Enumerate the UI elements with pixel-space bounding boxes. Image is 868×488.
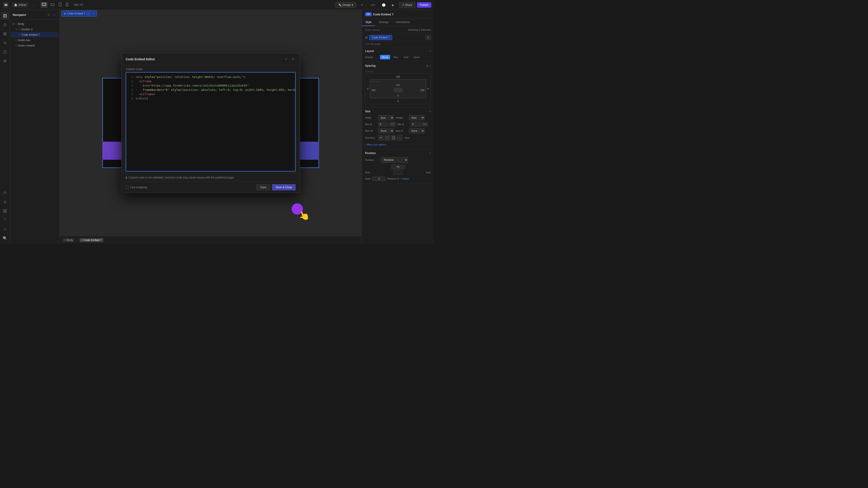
- min-w-input[interactable]: [378, 122, 388, 127]
- share-label: Share: [405, 3, 412, 6]
- navigator-item-section2[interactable]: ▼ □ Section 2: [11, 27, 59, 32]
- display-flex-button[interactable]: Flex: [392, 55, 400, 59]
- navigator-item-code-embed-7[interactable]: □ Code Embed 7: [11, 32, 59, 37]
- search-icon[interactable]: 🔍: [1, 234, 9, 242]
- overflow-scroll-x-button[interactable]: ↔: [397, 135, 403, 140]
- position-type-select[interactable]: Relative Absolute Fixed Static Sticky: [381, 157, 408, 163]
- assets-icon[interactable]: [1, 48, 9, 56]
- min-w-input-group: PX: [378, 122, 396, 127]
- display-grid-button[interactable]: Grid: [402, 55, 410, 59]
- mobile-device-icon[interactable]: [65, 2, 70, 8]
- cms-icon[interactable]: [1, 57, 9, 65]
- pages-icon[interactable]: [1, 12, 9, 20]
- navigator-close-button[interactable]: ✕: [46, 12, 51, 17]
- margin-top-value[interactable]: 186: [395, 75, 400, 78]
- tab-style[interactable]: Style: [362, 19, 375, 26]
- padding-left-value[interactable]: 336: [371, 88, 376, 92]
- max-h-select[interactable]: None: [409, 128, 425, 133]
- alert-icon[interactable]: ⚠: [1, 225, 9, 233]
- breadcrumb-code-embed-7[interactable]: □ Code Embed 7: [79, 238, 103, 242]
- svg-rect-0: [42, 3, 46, 5]
- max-w-select[interactable]: None: [378, 128, 394, 133]
- element-badge-label[interactable]: Code Embed 7: [369, 35, 392, 40]
- display-block-button[interactable]: Block: [380, 55, 390, 59]
- warning-text: Custom code is not validated. Incorrect …: [129, 176, 235, 179]
- min-h-input-group: PX: [411, 122, 428, 127]
- footer-content-element-icon: □: [16, 44, 17, 47]
- dialog-close-button[interactable]: ✕: [290, 57, 296, 62]
- relative-to-label: Relative to: [388, 177, 399, 180]
- overflow-visible-button[interactable]: 👁: [378, 135, 383, 140]
- preview-button[interactable]: ▶: [389, 2, 397, 8]
- tab-settings[interactable]: Settings: [375, 19, 392, 26]
- desktop-device-icon[interactable]: [41, 2, 48, 8]
- navigator-item-body[interactable]: ▶ □ Body: [11, 21, 59, 26]
- margin-bottom-value[interactable]: 0: [397, 99, 399, 103]
- navigator-expand-button[interactable]: ⤢: [52, 12, 57, 17]
- dialog-expand-button[interactable]: ⤢: [283, 57, 289, 62]
- position-section-header[interactable]: Position ▾: [365, 152, 431, 155]
- validate-button[interactable]: ✓: [358, 2, 366, 8]
- svg-point-22: [4, 192, 6, 193]
- spacing-section-header[interactable]: Spacing ⛓ ▾: [365, 64, 431, 67]
- breadcrumb-body[interactable]: □ Body: [62, 238, 75, 242]
- tab-interactions[interactable]: Interactions: [392, 19, 413, 26]
- save-close-button[interactable]: Save & Close: [272, 184, 296, 191]
- margin-left-value[interactable]: 0: [367, 87, 369, 91]
- right-panel-element-name: Code Embed 7: [373, 13, 393, 16]
- more-options-button[interactable]: ...: [30, 2, 36, 7]
- integrations-icon[interactable]: [1, 207, 9, 215]
- style-element-badge-row: ⊞ Code Embed 7 ▾: [362, 34, 434, 41]
- badge-dropdown-button[interactable]: ▾: [426, 35, 431, 40]
- overflow-icons: 👁 ↔ Auto: [378, 135, 410, 140]
- display-none-button[interactable]: None: [412, 55, 422, 59]
- svg-rect-4: [59, 3, 61, 6]
- code-line-5: 5 </iframe>: [127, 92, 294, 96]
- svg-rect-20: [4, 51, 6, 53]
- settings-icon[interactable]: ⚙: [1, 198, 9, 206]
- footer-buttons: Save Save & Close: [256, 184, 296, 191]
- warning-icon: ℹ: [126, 176, 127, 180]
- styles-icon[interactable]: [1, 39, 9, 47]
- code-view-button[interactable]: </>: [368, 2, 378, 8]
- add-element-icon[interactable]: [1, 21, 9, 29]
- tablet-landscape-device-icon[interactable]: [49, 2, 56, 8]
- more-size-options-button[interactable]: › More size options: [365, 142, 431, 147]
- position-top-input[interactable]: [391, 165, 405, 169]
- layout-section-header[interactable]: Layout ▾: [365, 50, 431, 53]
- navigator-item-footer-nav[interactable]: □ footer-nav: [11, 37, 59, 43]
- overflow-hidden-button[interactable]: [384, 135, 390, 140]
- overflow-clip-button[interactable]: [391, 135, 396, 140]
- user-icon[interactable]: [1, 189, 9, 197]
- svg-point-19: [5, 43, 6, 44]
- home-button[interactable]: 🏠 Home: [12, 2, 28, 7]
- components-icon[interactable]: [1, 30, 9, 38]
- app-logo[interactable]: W: [3, 2, 9, 8]
- min-h-input[interactable]: [411, 122, 421, 127]
- line-wrapping-label[interactable]: Line wrapping: [126, 186, 147, 189]
- share-button[interactable]: ↗ Share: [399, 2, 415, 8]
- save-button[interactable]: Save: [256, 184, 270, 191]
- itself-input[interactable]: [372, 176, 385, 181]
- help-icon[interactable]: ?: [1, 216, 9, 224]
- padding-bottom-value[interactable]: 0: [397, 94, 399, 97]
- size-section-header[interactable]: Size ▾: [365, 110, 431, 113]
- position-section: Position ▾ Position ↕ Relative Absolute …: [362, 149, 434, 184]
- itself-label: Itself: [365, 177, 370, 180]
- tablet-portrait-device-icon[interactable]: [57, 2, 63, 8]
- height-select[interactable]: Auto: [409, 115, 425, 120]
- width-select[interactable]: Auto: [378, 115, 394, 120]
- navigator-item-footer-content[interactable]: □ footer-content: [11, 43, 59, 48]
- line-wrapping-checkbox[interactable]: [126, 186, 129, 189]
- right-panel-more-button[interactable]: ···: [428, 13, 431, 16]
- code-editor[interactable]: 1 <div style="position: relative; height…: [126, 72, 296, 171]
- margin-right-value[interactable]: 0: [427, 87, 429, 91]
- padding-right-value[interactable]: 336: [420, 88, 425, 92]
- right-panel-title: </> Code Embed 7: [365, 12, 394, 16]
- navigator-title: Navigator: [13, 13, 26, 17]
- canvas-width-value: 992: [74, 3, 79, 6]
- padding-top-value[interactable]: 112: [395, 83, 400, 87]
- history-button[interactable]: 🕐: [380, 2, 388, 8]
- publish-button[interactable]: Publish: [417, 2, 431, 8]
- design-mode-button[interactable]: ✏️ Design ▾: [335, 2, 356, 8]
